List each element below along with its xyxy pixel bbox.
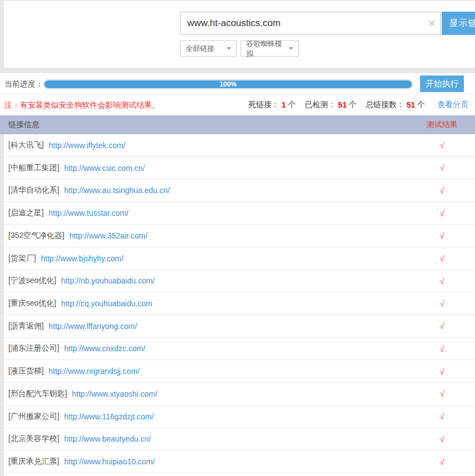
table-row: [北京美容学校] http://www.beautyedu.cn/ √ — [4, 428, 475, 451]
row-site-name: [宁波seo优化] — [8, 276, 56, 286]
row-result-check: √ — [416, 299, 468, 308]
row-result-check: √ — [416, 209, 468, 218]
row-url[interactable]: http://www.116gzdzjt.com/ — [64, 412, 154, 421]
link-info-column-header: 链接信息 — [0, 120, 39, 130]
row-site-name: [液压货梯] — [8, 366, 44, 376]
row-url[interactable]: http://www.csic.com.cn/ — [64, 164, 145, 173]
table-row: [重庆承兑汇票] http://www.huipiao10.com/ √ — [4, 450, 475, 473]
spider-mode-dropdown-value: 谷歌蜘蛛模拟 — [246, 39, 285, 59]
row-site-name: [重庆承兑汇票] — [8, 457, 59, 467]
row-result-check: √ — [416, 231, 468, 240]
row-result-check: √ — [416, 140, 468, 150]
spider-mode-dropdown[interactable]: 谷歌蜘蛛模拟 — [241, 40, 299, 57]
search-panel: ✕ 显示链接 全部链接 谷歌蜘蛛模拟 — [4, 0, 475, 68]
dead-links-label: 死链接： — [248, 100, 279, 110]
section-divider-band — [0, 68, 475, 73]
table-header: 链接信息 测试结果 — [0, 115, 475, 134]
progress-label: 当前进度： — [4, 73, 43, 94]
row-site-name: [广州搬家公司] — [8, 412, 59, 422]
row-url[interactable]: http://www.bjshyhy.com/ — [41, 254, 124, 263]
table-row: [科大讯飞] http://www.iflytek.com/ √ — [4, 134, 475, 157]
row-result-check: √ — [416, 321, 468, 331]
progress-section: 当前进度： 100% 开始执行 — [0, 73, 475, 94]
checked-unit: 个 — [349, 100, 356, 110]
checked-count: 51 — [338, 100, 347, 109]
table-row: [液压货梯] http://www.nrgrandsjj.com/ √ — [4, 360, 475, 383]
row-result-check: √ — [416, 163, 468, 173]
progress-fill: 100% — [44, 80, 412, 88]
table-row: [货架厂] http://www.bjshyhy.com/ √ — [4, 247, 475, 270]
show-links-button[interactable]: 显示链接 — [442, 12, 475, 35]
test-result-column-header: 测试结果 — [416, 120, 468, 130]
row-result-check: √ — [416, 254, 468, 263]
table-row: [广州搬家公司] http://www.116gzdzjt.com/ √ — [4, 406, 475, 428]
row-site-name: [货架厂] — [8, 254, 36, 264]
row-url[interactable]: http://www.huipiao10.com/ — [64, 457, 155, 466]
table-row: [宁波seo优化] http://nb.youhuabaidu.com/ √ — [4, 270, 475, 292]
row-url[interactable]: http://www.xtyaoshi.com/ — [72, 389, 157, 398]
row-url[interactable]: http://www.lffanyong.com/ — [49, 322, 137, 331]
table-row: [沥青返佣] http://www.lffanyong.com/ √ — [4, 315, 475, 338]
table-row: [邢台配汽车钥匙] http://www.xtyaoshi.com/ √ — [4, 383, 475, 406]
row-site-name: [启迪之星] — [8, 208, 44, 218]
row-url[interactable]: http://www.au.tsinghua.edu.cn/ — [64, 186, 170, 195]
row-site-name: [浦东注册公司] — [8, 343, 59, 353]
view-pagination-link[interactable]: 查看分页 — [437, 100, 468, 110]
row-result-check: √ — [416, 186, 468, 195]
start-execute-button[interactable]: 开始执行 — [420, 75, 464, 92]
link-type-dropdown[interactable]: 全部链接 — [180, 40, 237, 57]
row-url[interactable]: http://cq.youhuabaidu.com — [61, 299, 152, 308]
table-row: [清华自动化系] http://www.au.tsinghua.edu.cn/ … — [4, 179, 475, 202]
row-url[interactable]: http://www.beautyedu.cn/ — [64, 434, 151, 443]
clear-input-icon[interactable]: ✕ — [425, 17, 438, 31]
row-result-check: √ — [416, 434, 468, 444]
row-site-name: [352空气净化器] — [8, 231, 64, 241]
total-links-unit: 个 — [417, 100, 425, 110]
row-site-name: [清华自动化系] — [8, 185, 59, 195]
table-row: [重庆seo优化] http://cq.youhuabaidu.com √ — [4, 292, 475, 315]
row-url[interactable]: http://www.352air.com/ — [69, 231, 147, 240]
row-url[interactable]: http://www.tusstar.com/ — [49, 209, 129, 217]
progress-bar: 100% — [43, 79, 413, 89]
link-table-body: [科大讯飞] http://www.iflytek.com/ √ [中船重工集团… — [4, 134, 475, 473]
row-url[interactable]: http://nb.youhuabaidu.com/ — [61, 276, 155, 285]
row-result-check: √ — [416, 457, 468, 467]
chevron-down-icon — [289, 47, 293, 50]
chevron-down-icon — [227, 47, 231, 50]
table-row: [中船重工集团] http://www.csic.com.cn/ √ — [4, 157, 475, 180]
row-result-check: √ — [416, 344, 468, 353]
row-result-check: √ — [416, 412, 468, 421]
stats-bar: 死链接： 1 个 已检测： 51 个 总链接数： 51 个 查看分页 — [248, 94, 468, 115]
row-url[interactable]: http://www.iflytek.com/ — [49, 141, 125, 150]
row-result-check: √ — [416, 367, 468, 376]
row-result-check: √ — [416, 389, 468, 398]
table-row: [启迪之星] http://www.tusstar.com/ √ — [4, 202, 475, 225]
table-row: [浦东注册公司] http://www.cnxdzc.com/ √ — [4, 338, 475, 361]
row-url[interactable]: http://www.nrgrandsjj.com/ — [49, 367, 140, 376]
dead-links-count: 1 — [282, 100, 286, 109]
total-links-count: 51 — [406, 100, 415, 109]
domain-input[interactable] — [180, 12, 441, 35]
row-site-name: [北京美容学校] — [8, 434, 59, 444]
total-links-label: 总链接数： — [365, 100, 404, 110]
row-site-name: [中船重工集团] — [8, 163, 59, 173]
row-result-check: √ — [416, 276, 468, 286]
dead-links-unit: 个 — [288, 100, 296, 110]
row-site-name: [邢台配汽车钥匙] — [8, 389, 67, 399]
safety-warning-text: 注：有安装类似安全狗软件会影响测试结果。 — [4, 94, 160, 115]
row-site-name: [重庆seo优化] — [8, 298, 56, 308]
summary-section: 注：有安装类似安全狗软件会影响测试结果。 死链接： 1 个 已检测： 51 个 … — [0, 94, 475, 115]
link-type-dropdown-value: 全部链接 — [186, 44, 214, 54]
row-url[interactable]: http://www.cnxdzc.com/ — [64, 344, 145, 353]
checked-label: 已检测： — [305, 100, 336, 110]
row-site-name: [科大讯飞] — [8, 140, 44, 150]
dead-link-checker-app: ✕ 显示链接 全部链接 谷歌蜘蛛模拟 当前进度： 100% 开始执行 注：有安装… — [0, 0, 475, 476]
table-row: [352空气净化器] http://www.352air.com/ √ — [4, 225, 475, 247]
row-site-name: [沥青返佣] — [8, 321, 44, 331]
